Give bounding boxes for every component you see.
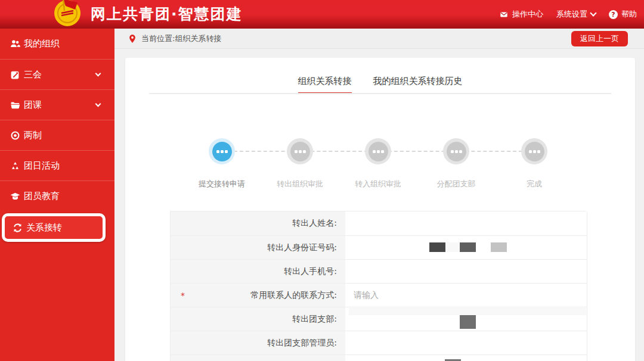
sidebar-nav: 我的组织三会团课两制团日活动团员教育关系接转 [0, 29, 114, 361]
league-emblem-logo [51, 0, 83, 27]
sidebar-item-relationship-transfer[interactable]: 关系接转 [5, 216, 103, 239]
sidebar-item-label: 团日活动 [24, 160, 60, 172]
form-field-label: 转出人身份证号码: [171, 236, 345, 259]
header-menu-label: 操作中心 [512, 9, 543, 20]
form-row: 转出人身份证号码: [171, 235, 587, 259]
redacted-value-block [349, 306, 586, 315]
tab-bar: 组织关系转接我的组织关系转接历史 [125, 76, 635, 94]
step-label: 转出组织审批 [277, 179, 323, 189]
required-asterisk: * [181, 291, 185, 300]
form-row: 转出人手机号: [171, 259, 587, 283]
main-area: 组织关系转接我的组织关系转接历史 提交接转申请转出组织审批转入组织审批分配团支部… [114, 49, 644, 361]
app-title: 网上共青团·智慧团建 [91, 4, 243, 24]
step-circle-icon [447, 142, 466, 161]
progress-steps: 提交接转申请转出组织审批转入组织审批分配团支部完成 [189, 138, 567, 189]
tab-my-transfer-history[interactable]: 我的组织关系转接历史 [373, 76, 463, 94]
sidebar-item-label: 我的组织 [24, 38, 60, 49]
form-row: 转出团支部管理员: [171, 331, 587, 354]
progress-step: 转出组织审批 [267, 138, 333, 189]
form-field-label: 转出人手机号: [171, 260, 345, 283]
redacted-value-block [429, 242, 445, 252]
location-pin-icon [128, 34, 137, 43]
form-field-value[interactable] [345, 307, 587, 331]
form-field-value[interactable] [345, 355, 587, 361]
form-field-label [171, 355, 345, 361]
sidebar-item-league-day-activity[interactable]: 团日活动 [0, 150, 114, 181]
sidebar-item-label: 团员教育 [24, 191, 60, 202]
form-field-label: 转出团支部管理员: [171, 331, 345, 354]
sidebar-item-label: 团课 [24, 99, 42, 111]
header-menu-help[interactable]: 帮助 [609, 9, 637, 20]
chevron-down-icon [95, 101, 101, 107]
edit-icon [10, 70, 20, 80]
form-field-label: 转出人姓名: [171, 211, 345, 235]
step-label: 分配团支部 [437, 179, 476, 189]
step-circle-icon [525, 142, 544, 161]
redacted-value-block [460, 315, 476, 329]
header-menu-label: 系统设置 [556, 9, 587, 20]
sidebar-item-two-systems[interactable]: 两制 [0, 120, 114, 150]
header-menu-label: 帮助 [621, 9, 637, 20]
form-field-value[interactable] [345, 331, 587, 354]
step-circle-icon [212, 142, 232, 161]
progress-step: 分配团支部 [423, 138, 489, 189]
sidebar-item-label: 三会 [24, 69, 42, 80]
active-item-highlight-box: 关系接转 [2, 213, 106, 242]
redacted-value-block [460, 242, 476, 252]
step-circle-icon [369, 142, 388, 161]
step-label: 转入组织审批 [355, 179, 401, 189]
progress-step: 转入组织审批 [345, 138, 411, 189]
chevron-down-icon [95, 71, 101, 77]
back-button[interactable]: 返回上一页 [571, 31, 628, 46]
header-menu: 操作中心系统设置帮助 [499, 0, 637, 29]
sidebar-item-my-organization[interactable]: 我的组织 [0, 29, 114, 59]
target-icon [10, 130, 20, 141]
folder-icon [10, 100, 20, 110]
app-header: 网上共青团·智慧团建 操作中心系统设置帮助 [0, 0, 644, 29]
step-label: 提交接转申请 [199, 179, 245, 189]
tab-org-relationship-transfer[interactable]: 组织关系转接 [298, 76, 352, 94]
transfer-icon [13, 223, 23, 233]
form-field-value[interactable] [345, 211, 587, 235]
envelope-icon [499, 11, 509, 18]
users-icon [10, 39, 20, 49]
breadcrumb: 当前位置:组织关系转接 [128, 29, 221, 49]
sidebar-item-league-class[interactable]: 团课 [0, 89, 114, 120]
header-menu-operation-center[interactable]: 操作中心 [499, 9, 543, 20]
progress-step: 完成 [501, 138, 567, 189]
form-field-value[interactable]: 请输入 [345, 284, 587, 307]
tab-divider [149, 93, 611, 94]
breadcrumb-bar: 当前位置:组织关系转接 返回上一页 [114, 29, 644, 49]
step-circle-icon [290, 142, 310, 161]
form-row: *常用联系人的联系方式:请输入 [171, 283, 587, 307]
step-label: 完成 [527, 179, 542, 189]
progress-step: 提交接转申请 [189, 138, 255, 189]
transfer-form: 转出人姓名:转出人身份证号码:转出人手机号:*常用联系人的联系方式:请输入转出团… [170, 211, 587, 361]
form-field-value[interactable] [345, 260, 587, 283]
recycle-icon [10, 161, 20, 171]
form-field-label: 转出团支部: [171, 307, 345, 331]
redacted-value-block [491, 242, 507, 252]
input-placeholder: 请输入 [354, 290, 379, 301]
sidebar-item-member-education[interactable]: 团员教育 [0, 181, 114, 211]
chevron-down-icon [590, 10, 596, 16]
form-field-value[interactable] [345, 236, 587, 259]
redacted-value-block [446, 242, 459, 252]
form-row: 转出团支部: [171, 307, 587, 331]
header-menu-system-settings[interactable]: 系统设置 [556, 9, 596, 20]
sidebar-item-label: 关系接转 [26, 222, 62, 234]
form-row [171, 354, 587, 361]
form-row: 转出人姓名: [171, 211, 587, 235]
form-field-label: *常用联系人的联系方式: [171, 284, 345, 307]
sidebar-item-label: 两制 [24, 130, 42, 141]
question-icon [609, 10, 618, 19]
content-card: 组织关系转接我的组织关系转接历史 提交接转申请转出组织审批转入组织审批分配团支部… [125, 58, 635, 361]
sidebar-item-three-meetings[interactable]: 三会 [0, 59, 114, 89]
breadcrumb-label: 当前位置:组织关系转接 [141, 33, 221, 44]
graduation-cap-icon [10, 191, 20, 201]
